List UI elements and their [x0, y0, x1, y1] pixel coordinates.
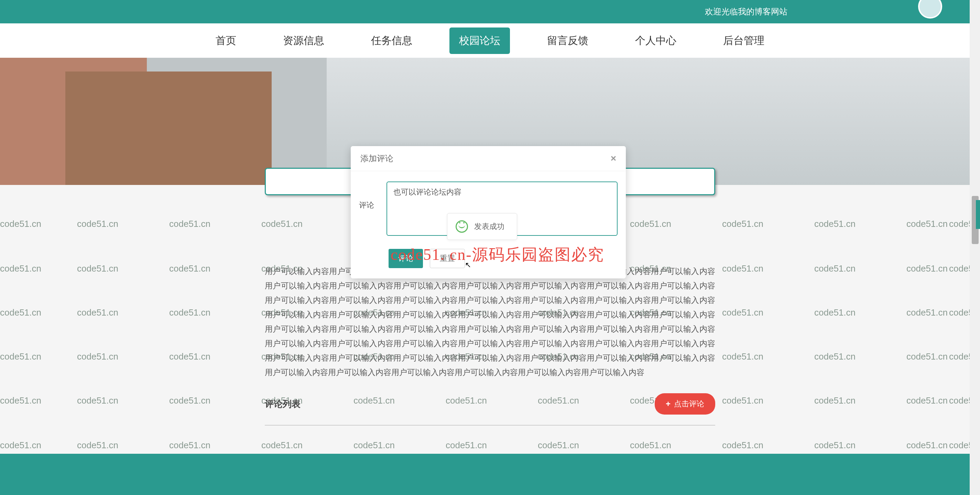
comment-field-label: 评论 — [359, 181, 380, 237]
modal-title: 添加评论 — [360, 153, 393, 164]
success-toast: 发表成功 — [447, 213, 517, 240]
success-smile-icon — [456, 221, 468, 233]
cursor-icon: ↖ — [465, 260, 471, 270]
close-icon[interactable]: × — [611, 153, 616, 164]
toast-message: 发表成功 — [474, 221, 504, 232]
modal-header: 添加评论 × — [351, 146, 626, 171]
watermark-overlay-text: code51. cn-源码乐园盗图必究 — [391, 244, 604, 265]
